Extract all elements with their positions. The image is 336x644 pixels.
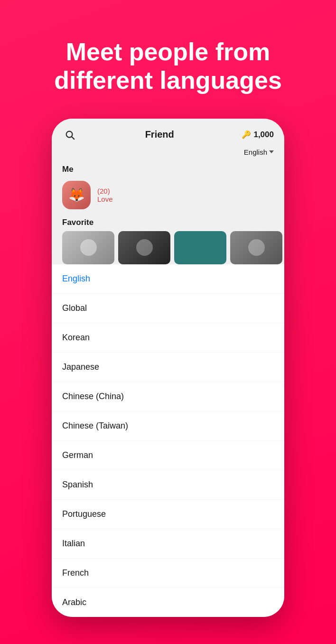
current-language-label: English: [244, 148, 267, 156]
language-option-japanese[interactable]: Japanese: [52, 353, 284, 382]
language-option-french[interactable]: French: [52, 559, 284, 588]
language-option-portuguese[interactable]: Portuguese: [52, 500, 284, 529]
hero-title: Meet people from different languages: [0, 38, 336, 95]
language-option-spanish[interactable]: Spanish: [52, 470, 284, 500]
favorite-thumb-4[interactable]: [230, 231, 282, 264]
language-option-italian[interactable]: Italian: [52, 529, 284, 559]
avatar: 🦊: [62, 181, 91, 209]
me-tag: Love: [97, 195, 113, 203]
search-button[interactable]: [62, 127, 77, 142]
language-selector[interactable]: English: [52, 148, 284, 161]
avatar-emoji: 🦊: [68, 187, 85, 203]
me-info: (20) Love: [97, 187, 113, 203]
app-title: Friend: [145, 129, 174, 140]
favorite-section-label: Favorite: [52, 216, 284, 231]
language-button[interactable]: English: [244, 148, 274, 156]
favorite-row: [52, 231, 284, 264]
app-header: Friend 🔑 1,000: [52, 119, 284, 148]
language-option-arabic[interactable]: Arabic: [52, 588, 284, 617]
favorite-thumb-1[interactable]: [62, 231, 114, 264]
search-icon: [65, 130, 75, 140]
favorite-thumb-2[interactable]: [118, 231, 170, 264]
me-count: (20): [97, 187, 113, 195]
me-row: 🦊 (20) Love: [52, 179, 284, 216]
coins-value: 1,000: [253, 130, 274, 140]
language-option-korean[interactable]: Korean: [52, 323, 284, 353]
favorite-thumb-3[interactable]: [174, 231, 226, 264]
language-option-english[interactable]: English: [52, 264, 284, 294]
language-option-german[interactable]: German: [52, 441, 284, 470]
language-option-global[interactable]: Global: [52, 294, 284, 323]
language-dropdown: English Global Korean Japanese Chinese (…: [52, 264, 284, 617]
me-section-label: Me: [52, 161, 284, 179]
phone-mockup: Friend 🔑 1,000 English Me 🦊 (20) Love Fa…: [52, 119, 284, 617]
language-option-chinese-taiwan[interactable]: Chinese (Taiwan): [52, 411, 284, 441]
svg-line-1: [72, 137, 74, 139]
coins-icon: 🔑: [242, 130, 251, 139]
language-option-chinese-china[interactable]: Chinese (China): [52, 382, 284, 411]
coins-display: 🔑 1,000: [242, 130, 274, 140]
chevron-down-icon: [269, 150, 274, 153]
